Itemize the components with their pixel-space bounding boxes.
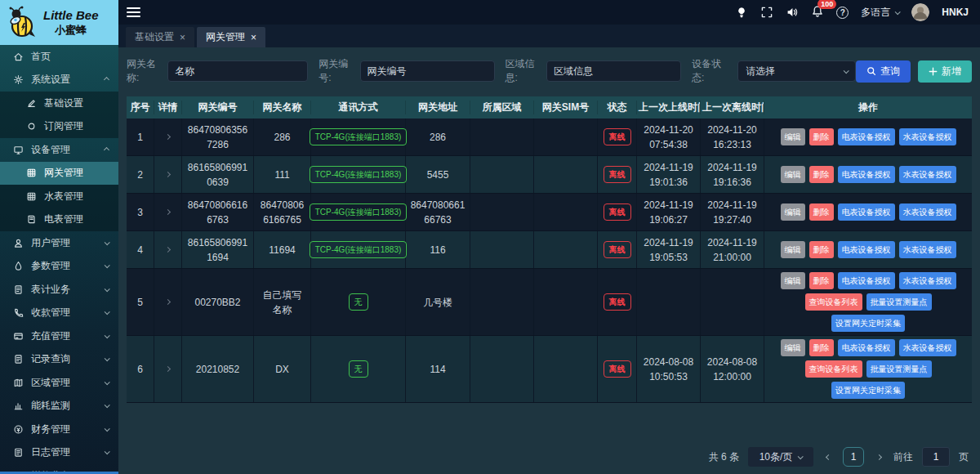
query-button[interactable]: 查询 <box>856 60 911 83</box>
edit-button[interactable]: 编辑 <box>781 339 805 356</box>
money-icon <box>13 424 24 435</box>
page-size-select[interactable]: 10条/页 <box>748 447 813 467</box>
cell-detail <box>154 336 182 402</box>
water-meter-auth-button[interactable]: 水表设备授权 <box>899 128 956 145</box>
set-gateway-timing-button[interactable]: 设置网关定时采集 <box>831 315 905 332</box>
cell-sim <box>534 269 598 335</box>
collapse-menu-icon[interactable] <box>127 7 140 17</box>
electric-meter-auth-button[interactable]: 电表设备授权 <box>838 203 895 221</box>
sidebar-item-log-management[interactable]: 日志管理 <box>0 441 118 465</box>
sidebar-item-basic-settings[interactable]: 基础设置 <box>0 92 118 115</box>
water-meter-auth-button[interactable]: 水表设备授权 <box>899 203 956 221</box>
gateway-code: 864708066166763 <box>186 198 249 227</box>
row-index: 3 <box>137 205 143 220</box>
goto-page-input[interactable] <box>922 447 950 467</box>
expand-row-icon[interactable] <box>165 209 171 215</box>
add-button[interactable]: 新增 <box>918 60 972 83</box>
delete-button[interactable]: 删除 <box>809 128 834 145</box>
edit-button[interactable]: 编辑 <box>781 203 805 221</box>
delete-button[interactable]: 删除 <box>809 203 834 221</box>
expand-row-icon[interactable] <box>165 134 171 140</box>
col-header: 网关地址 <box>406 101 470 114</box>
sidebar-item-energy-monitoring[interactable]: 能耗监测 <box>0 395 118 418</box>
notification-count-badge: 100 <box>817 0 836 9</box>
filter-bar: 网关名称: 网关编号: 区域信息: 设备状态: 请选择 <box>127 57 972 85</box>
water-meter-auth-button[interactable]: 水表设备授权 <box>899 241 956 258</box>
cell-last-online: 2024-11-19 19:05:53 <box>637 231 701 268</box>
close-icon[interactable]: × <box>251 33 256 42</box>
gateway-name: DX <box>275 362 289 377</box>
tab-gateway-management[interactable]: 网关管理 × <box>197 27 265 47</box>
language-selector[interactable]: 多语言 <box>861 6 899 20</box>
sidebar-item-parameter-management[interactable]: 参数管理 <box>0 255 118 279</box>
sidebar-item-finance-management[interactable]: 财务管理 <box>0 418 118 441</box>
speaker-icon[interactable] <box>786 6 799 19</box>
device-status-select[interactable]: 请选择 <box>737 60 856 82</box>
sidebar-item-region-management[interactable]: 区域管理 <box>0 371 118 395</box>
tab-basic-settings[interactable]: 基础设置 × <box>126 27 194 47</box>
sidebar-item-water-meter[interactable]: 水表管理 <box>0 185 118 208</box>
electric-meter-auth-button[interactable]: 电表设备授权 <box>838 272 895 289</box>
prev-page-button[interactable] <box>822 451 834 463</box>
sidebar-item-electric-meter[interactable]: 电表管理 <box>0 208 118 232</box>
sidebar-item-system-settings[interactable]: 系统设置 <box>0 69 118 92</box>
cell-actions: 编辑 删除 电表设备授权 水表设备授权 查询设备列表 批量设置测量点 设置网关定… <box>764 336 972 402</box>
sidebar-item-subscription[interactable]: 订阅管理 <box>0 115 118 139</box>
electric-meter-auth-button[interactable]: 电表设备授权 <box>838 128 895 145</box>
notifications-bell[interactable]: 100 <box>811 5 824 20</box>
gateway-code-input[interactable] <box>360 60 495 82</box>
edit-button[interactable]: 编辑 <box>781 272 805 289</box>
delete-button[interactable]: 删除 <box>809 166 834 183</box>
sidebar-item-record-query[interactable]: 记录查询 <box>0 348 118 372</box>
lightbulb-icon[interactable] <box>735 6 748 19</box>
expand-row-icon[interactable] <box>165 247 171 253</box>
sidebar-item-meter-business[interactable]: 表计业务 <box>0 278 118 302</box>
sidebar-item-device-management[interactable]: 设备管理 <box>0 138 118 162</box>
sidebar-item-gateway-management[interactable]: 网关管理 <box>0 162 118 186</box>
sidebar-item-payment-management[interactable]: 收款管理 <box>0 302 118 325</box>
expand-row-icon[interactable] <box>165 172 171 177</box>
current-page[interactable]: 1 <box>843 447 864 467</box>
gateway-name-input[interactable] <box>167 60 308 82</box>
sidebar-item-recharge-management[interactable]: 充值管理 <box>0 324 118 348</box>
delete-button[interactable]: 删除 <box>809 272 834 289</box>
electric-meter-auth-button[interactable]: 电表设备授权 <box>838 339 895 356</box>
cell-region <box>470 194 534 230</box>
edit-button[interactable]: 编辑 <box>781 166 805 183</box>
sidebar-item-user-management[interactable]: 用户管理 <box>0 231 118 255</box>
avatar[interactable] <box>911 3 929 21</box>
bar-chart-icon <box>13 400 24 411</box>
water-meter-auth-button[interactable]: 水表设备授权 <box>899 272 956 289</box>
cell-gateway-addr: 864708066166763 <box>406 194 470 230</box>
edit-button[interactable]: 编辑 <box>781 128 805 145</box>
water-meter-auth-button[interactable]: 水表设备授权 <box>899 166 956 183</box>
electric-meter-auth-button[interactable]: 电表设备授权 <box>838 166 895 183</box>
edit-button[interactable]: 编辑 <box>781 241 805 258</box>
table-row: 4 861658069911694 11694 TCP-4G(连接端口1883)… <box>127 231 972 269</box>
delete-button[interactable]: 删除 <box>809 339 834 356</box>
sidebar-item-label: 区域管理 <box>31 376 105 390</box>
delete-button[interactable]: 删除 <box>809 241 834 258</box>
batch-set-measure-point-button[interactable]: 批量设置测量点 <box>866 293 932 311</box>
close-icon[interactable]: × <box>180 33 185 42</box>
expand-row-icon[interactable] <box>165 366 171 372</box>
region-input[interactable] <box>546 60 681 82</box>
sidebar-item-value-added-business[interactable]: 增值业务 <box>0 464 118 472</box>
home-icon <box>13 51 24 62</box>
batch-set-measure-point-button[interactable]: 批量设置测量点 <box>866 360 932 378</box>
cell-gateway-code: 864708063567286 <box>182 118 254 155</box>
query-device-list-button[interactable]: 查询设备列表 <box>805 293 862 311</box>
set-gateway-timing-button[interactable]: 设置网关定时采集 <box>831 382 905 399</box>
query-device-list-button[interactable]: 查询设备列表 <box>805 360 862 378</box>
sidebar-item-home[interactable]: 首页 <box>0 45 118 69</box>
water-meter-auth-button[interactable]: 水表设备授权 <box>899 339 956 356</box>
phone-icon <box>13 307 24 318</box>
last-online-time: 2024-08-08 10:50:53 <box>641 355 696 384</box>
electric-meter-auth-button[interactable]: 电表设备授权 <box>838 241 895 258</box>
next-page-button[interactable] <box>873 451 884 463</box>
comm-mode-badge: 无 <box>349 293 368 311</box>
expand-row-icon[interactable] <box>165 299 171 305</box>
fullscreen-icon[interactable] <box>760 6 773 19</box>
filter-gateway-name: 网关名称: <box>127 57 308 85</box>
help-icon[interactable]: ? <box>836 7 849 19</box>
